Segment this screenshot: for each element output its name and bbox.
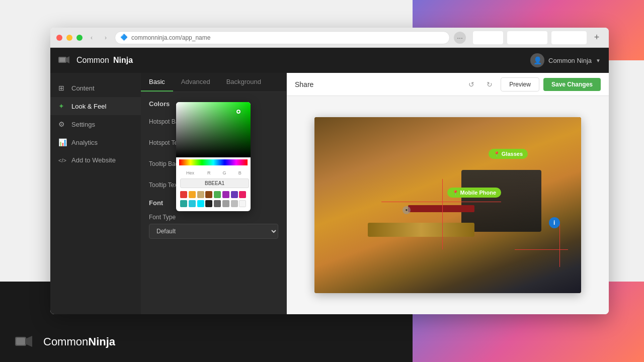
swatch-cyan-light[interactable] xyxy=(189,200,196,207)
belt-strap xyxy=(368,223,474,237)
swatch-white[interactable] xyxy=(239,200,246,207)
swatch-gray[interactable] xyxy=(222,200,229,207)
traffic-light-red[interactable] xyxy=(56,35,62,41)
hotspot-info[interactable]: i xyxy=(549,217,560,228)
extra-tab3 xyxy=(551,31,587,44)
sidebar-item-label-analytics: Analytics xyxy=(71,139,98,146)
app-main: ⊞ Content ✦ Look & Feel ⚙ Settings 📊 Ana… xyxy=(50,73,609,314)
swatch-orange[interactable] xyxy=(189,191,196,198)
swatch-light-gray[interactable] xyxy=(231,200,238,207)
forward-button[interactable]: › xyxy=(101,33,111,43)
hotspot-pin[interactable]: ● xyxy=(403,206,411,214)
color-gradient-area[interactable] xyxy=(176,102,251,157)
hex-input[interactable] xyxy=(180,178,249,188)
bottom-logo-common: Common xyxy=(43,335,88,348)
red-object xyxy=(408,205,475,212)
tab-bar: Basic Advanced Background xyxy=(141,73,286,92)
color-cursor xyxy=(236,110,240,114)
hue-slider[interactable] xyxy=(179,159,248,165)
font-type-select[interactable]: Default xyxy=(149,224,278,239)
hotspot-glasses-label: Glasses xyxy=(502,151,523,157)
svg-rect-4 xyxy=(16,338,25,345)
logo-text-common: Common xyxy=(76,56,109,65)
add-website-icon: </> xyxy=(58,157,66,163)
swatch-red[interactable] xyxy=(180,191,187,198)
sidebar: ⊞ Content ✦ Look & Feel ⚙ Settings 📊 Ana… xyxy=(50,73,141,314)
bottom-logo-ninja: Ninja xyxy=(88,335,115,348)
swatch-green[interactable] xyxy=(214,191,221,198)
hotspot-glasses[interactable]: Glasses xyxy=(489,149,528,159)
panel-body: Colors Hotspot Background Hotspot Text T… xyxy=(141,92,286,314)
color-picker-popup: Hex R G B xyxy=(176,102,251,211)
tab-background[interactable]: Background xyxy=(218,73,269,92)
sidebar-item-look-and-feel[interactable]: ✦ Look & Feel xyxy=(50,97,141,115)
color-swatches-row2 xyxy=(180,200,247,207)
svg-rect-1 xyxy=(59,58,65,62)
app-content: CommonNinja 👤 Common Ninja ▼ ⊞ Content ✦ xyxy=(50,48,609,314)
logo-text-ninja: Ninja xyxy=(113,56,133,65)
more-options-button[interactable]: ··· xyxy=(454,32,466,44)
site-icon: 🔷 xyxy=(120,34,128,42)
bottom-logo-icon xyxy=(15,335,35,349)
extra-tab2 xyxy=(507,31,547,44)
swatch-brown[interactable] xyxy=(205,191,212,198)
traffic-light-green[interactable] xyxy=(76,35,83,41)
app-header: CommonNinja 👤 Common Ninja ▼ xyxy=(50,48,609,73)
swatch-dark-gray[interactable] xyxy=(214,200,221,207)
preview-title: Share xyxy=(295,80,313,88)
logo-icon xyxy=(58,55,72,65)
user-name: Common Ninja xyxy=(548,57,592,64)
tab-basic[interactable]: Basic xyxy=(141,73,173,92)
swatch-pink[interactable] xyxy=(239,191,246,198)
bottom-logo-text: CommonNinja xyxy=(43,335,115,348)
analytics-icon: 📊 xyxy=(58,138,66,146)
new-tab-button[interactable]: + xyxy=(591,32,603,44)
hotspot-phone-label: Mobile Phone xyxy=(460,190,497,196)
extra-tab1 xyxy=(473,31,503,44)
font-type-label: Font Type xyxy=(149,214,278,221)
color-inputs xyxy=(180,178,247,188)
browser-bar: ‹ › 🔷 commonninja.com/app_name ··· + xyxy=(50,28,609,48)
undo-button[interactable]: ↺ xyxy=(464,77,478,92)
crosshair-h1 xyxy=(381,202,502,202)
user-dropdown-icon[interactable]: ▼ xyxy=(596,58,601,63)
swatch-black[interactable] xyxy=(205,200,212,207)
settings-panel: Basic Advanced Background Colors Hotspot… xyxy=(141,73,287,314)
preview-area: Share ↺ ↻ Preview Save Changes xyxy=(287,73,609,314)
user-avatar: 👤 xyxy=(530,53,544,67)
color-swatches-row1 xyxy=(180,191,247,198)
save-changes-button[interactable]: Save Changes xyxy=(543,78,601,91)
sidebar-item-content[interactable]: ⊞ Content xyxy=(50,79,141,97)
sidebar-item-add-to-website[interactable]: </> Add to Website xyxy=(50,151,141,169)
header-user-area: 👤 Common Ninja ▼ xyxy=(530,53,601,67)
address-bar[interactable]: 🔷 commonninja.com/app_name xyxy=(115,31,450,44)
hotspot-phone[interactable]: Mobile Phone xyxy=(447,188,502,198)
sidebar-item-settings[interactable]: ⚙ Settings xyxy=(50,115,141,133)
back-button[interactable]: ‹ xyxy=(87,33,97,43)
r-label: R xyxy=(202,170,216,175)
hex-label: Hex xyxy=(180,170,200,175)
redo-button[interactable]: ↻ xyxy=(482,77,497,92)
sidebar-item-analytics[interactable]: 📊 Analytics xyxy=(50,133,141,151)
bag-photo: Glasses Mobile Phone i ● xyxy=(314,117,581,293)
swatch-deep-purple[interactable] xyxy=(231,191,238,198)
sidebar-item-label-settings: Settings xyxy=(71,121,95,128)
sidebar-item-label-look: Look & Feel xyxy=(71,103,106,110)
swatch-teal[interactable] xyxy=(180,200,187,207)
traffic-light-yellow[interactable] xyxy=(66,35,72,41)
preview-button[interactable]: Preview xyxy=(501,77,539,92)
preview-canvas: Glasses Mobile Phone i ● xyxy=(287,96,609,314)
input-labels: Hex R G B xyxy=(180,170,247,175)
look-feel-icon: ✦ xyxy=(58,102,66,110)
color-picker-bottom: Hex R G B xyxy=(176,167,251,211)
swatch-purple[interactable] xyxy=(222,191,229,198)
svg-marker-5 xyxy=(25,336,32,347)
tab-advanced[interactable]: Advanced xyxy=(173,73,218,92)
bottom-bar: CommonNinja xyxy=(0,322,413,362)
sidebar-item-label-content: Content xyxy=(71,84,95,92)
crosshair-v1 xyxy=(442,179,443,249)
swatch-tan[interactable] xyxy=(197,191,204,198)
browser-window: ‹ › 🔷 commonninja.com/app_name ··· + Com… xyxy=(50,28,609,314)
preview-header: Share ↺ ↻ Preview Save Changes xyxy=(287,73,609,96)
swatch-cyan[interactable] xyxy=(197,200,204,207)
